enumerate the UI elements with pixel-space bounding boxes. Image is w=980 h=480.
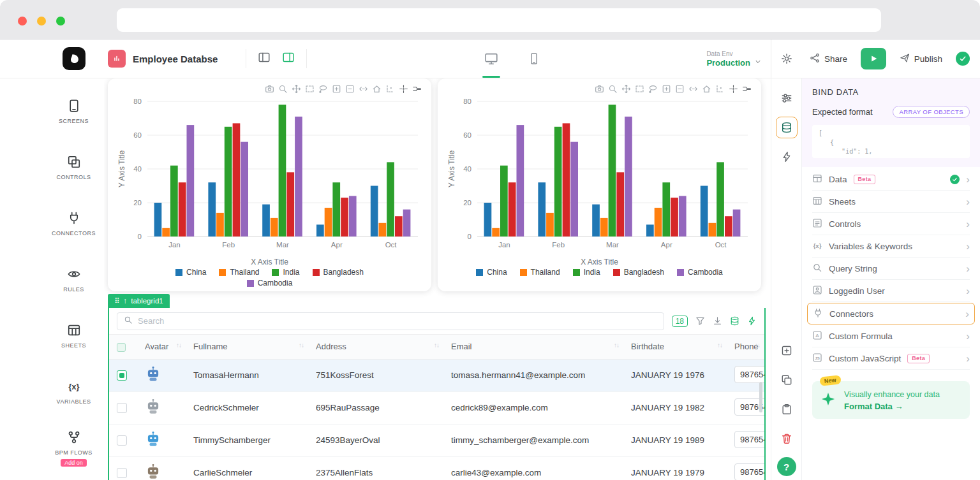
column-header-avatar[interactable]: Avatar↑↓	[137, 335, 186, 359]
cell-phone[interactable]: 9876543210	[734, 366, 764, 383]
modebar-hover-compare-button[interactable]	[412, 84, 422, 94]
table-scrollbar[interactable]	[759, 382, 762, 412]
modebar-zoom-button[interactable]	[278, 84, 288, 94]
sidebar-item-connectors[interactable]: CONNECTORS	[43, 196, 104, 252]
modebar-zoom-in-button[interactable]	[331, 84, 342, 94]
legend-item-cambodia[interactable]: Cambodia	[247, 279, 293, 287]
bind-item-query-string[interactable]: Query String›	[812, 258, 970, 280]
data-env-selector[interactable]: Data Env Production	[706, 50, 762, 68]
table-row[interactable]: CarlieSchmeler2375AllenFlatscarlie43@exa…	[109, 456, 764, 480]
bind-item-custom-formula[interactable]: ACustom Formula›	[812, 325, 970, 347]
modebar-lasso-button[interactable]	[648, 84, 658, 94]
select-all-cell[interactable]	[109, 335, 137, 359]
minimize-button[interactable]	[37, 17, 46, 25]
format-data-link[interactable]: Format Data →	[844, 402, 940, 411]
tablegrid-control[interactable]: ⠿ ↑ tablegrid1 18	[108, 308, 766, 480]
database-panel-button[interactable]	[776, 117, 798, 138]
modebar-autoscale-button[interactable]	[688, 84, 699, 94]
legend-item-china[interactable]: China	[175, 268, 206, 277]
sliders-panel-button[interactable]	[776, 87, 798, 109]
row-checkbox[interactable]	[117, 370, 127, 381]
bind-item-controls[interactable]: Controls›	[812, 213, 970, 235]
column-header-birthdate[interactable]: Birthdate↑↓	[623, 335, 727, 359]
panel-left-toggle[interactable]	[258, 51, 271, 66]
legend-item-bangladesh[interactable]: Bangladesh	[613, 268, 664, 277]
legend-item-india[interactable]: India	[573, 268, 600, 277]
modebar-home-button[interactable]	[701, 84, 712, 94]
modebar-box-select-button[interactable]	[634, 84, 645, 94]
legend-item-thailand[interactable]: Thailand	[520, 268, 560, 277]
sort-icons[interactable]: ↑↓	[717, 342, 722, 349]
chart-control-1[interactable]: 020406080JanFebMarAprOctY Axis Title X A…	[108, 78, 431, 291]
column-header-fullname[interactable]: Fullname↑↓	[186, 335, 308, 359]
sidebar-item-controls[interactable]: CONTROLS	[43, 140, 104, 196]
legend-item-china[interactable]: China	[476, 268, 507, 277]
url-bar[interactable]	[117, 8, 881, 32]
share-button[interactable]: Share	[810, 53, 847, 65]
modebar-pan-button[interactable]	[621, 84, 632, 94]
modebar-box-select-button[interactable]	[304, 84, 315, 94]
legend-item-thailand[interactable]: Thailand	[219, 268, 259, 277]
column-header-email[interactable]: Email↑↓	[443, 335, 623, 359]
modebar-camera-button[interactable]	[594, 84, 605, 94]
modebar-spikelines-button[interactable]	[385, 84, 396, 94]
mobile-preview-button[interactable]	[528, 49, 540, 68]
download-button[interactable]	[713, 316, 722, 326]
paste-button[interactable]	[776, 398, 798, 420]
control-tag[interactable]: ⠿ ↑ tablegrid1	[108, 294, 170, 308]
search-box[interactable]	[117, 312, 664, 330]
sidebar-item-bpm-flows[interactable]: BPM FLOWSAdd on	[43, 420, 104, 476]
insert-button[interactable]	[776, 340, 798, 361]
bind-item-data[interactable]: DataBeta›	[812, 168, 970, 191]
modebar-autoscale-button[interactable]	[358, 84, 369, 94]
cell-phone[interactable]: 9876543210	[734, 463, 764, 480]
table-row[interactable]: TimmySchamberger24593BayerOvaltimmy_scha…	[109, 424, 764, 456]
settings-button[interactable]	[771, 53, 802, 64]
modebar-camera-button[interactable]	[264, 84, 275, 94]
help-button[interactable]: ?	[777, 457, 796, 476]
lightning-panel-button[interactable]	[776, 146, 798, 168]
modebar-zoom-out-button[interactable]	[345, 84, 355, 94]
close-button[interactable]	[18, 17, 27, 25]
modebar-pan-button[interactable]	[291, 84, 302, 94]
legend-item-india[interactable]: India	[272, 268, 299, 277]
chart-control-2[interactable]: 020406080JanFebMarAprOctY Axis Title X A…	[438, 78, 761, 291]
select-all-checkbox[interactable]	[117, 343, 126, 352]
modebar-zoom-out-button[interactable]	[674, 84, 685, 94]
trash-button[interactable]	[776, 428, 798, 449]
cell-phone[interactable]: 9876543210	[734, 431, 764, 448]
legend-item-cambodia[interactable]: Cambodia	[677, 268, 723, 277]
bind-item-variables-keywords[interactable]: {x}Variables & Keywords›	[812, 235, 970, 258]
zoom-button[interactable]	[56, 17, 65, 25]
modebar-hover-closest-button[interactable]	[398, 84, 409, 94]
app-logo[interactable]	[63, 47, 85, 70]
modebar-spikelines-button[interactable]	[715, 84, 725, 94]
sort-icons[interactable]: ↑↓	[176, 342, 181, 349]
row-checkbox[interactable]	[117, 403, 127, 413]
modebar-zoom-in-button[interactable]	[661, 84, 672, 94]
modebar-home-button[interactable]	[371, 84, 382, 94]
publish-button[interactable]: Publish	[900, 53, 942, 65]
table-row[interactable]: CedrickSchmeler695RauPassagecedrick89@ex…	[109, 391, 764, 424]
sidebar-item-sheets[interactable]: SHEETS	[43, 308, 104, 364]
drag-handle-icon[interactable]: ⠿	[114, 296, 119, 305]
panel-right-toggle[interactable]	[282, 51, 295, 66]
actions-button[interactable]	[747, 316, 757, 326]
table-row[interactable]: TomasaHermann751KossForesttomasa.hermann…	[109, 359, 764, 391]
sidebar-item-rules[interactable]: RULES	[43, 252, 104, 308]
row-checkbox[interactable]	[117, 468, 127, 478]
sort-icons[interactable]: ↑↓	[614, 342, 619, 349]
desktop-preview-button[interactable]	[484, 49, 498, 68]
sidebar-item-screens[interactable]: SCREENS	[43, 84, 104, 140]
row-checkbox[interactable]	[117, 435, 127, 446]
modebar-zoom-button[interactable]	[607, 84, 618, 94]
bind-item-custom-javascript[interactable]: JSCustom JavaScriptBeta›	[812, 347, 970, 370]
format-data-promo[interactable]: New Visually enhance your data Format Da…	[812, 381, 970, 419]
copy-button[interactable]	[776, 369, 798, 391]
modebar-hover-compare-button[interactable]	[741, 84, 752, 94]
bind-data-button[interactable]	[730, 316, 739, 326]
search-input[interactable]	[138, 316, 657, 326]
legend-item-bangladesh[interactable]: Bangladesh	[313, 268, 364, 277]
bind-item-connectors[interactable]: Connectors›	[807, 303, 975, 324]
sort-icons[interactable]: ↑↓	[434, 342, 439, 349]
